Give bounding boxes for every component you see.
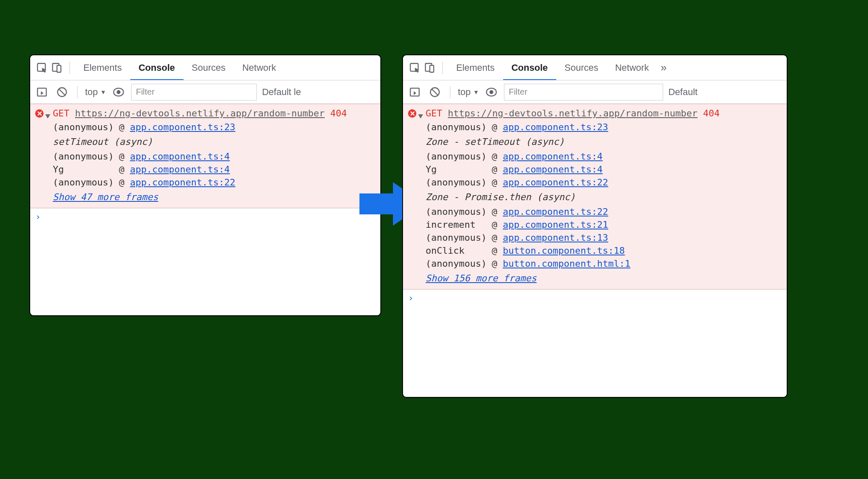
stack-frame-location: @ app.component.ts:22 [492,206,630,217]
console-prompt[interactable]: › [403,289,787,306]
stack-frame-location: @ app.component.ts:23 [492,122,630,132]
http-method: GET [426,108,442,118]
stack-frame-function: (anonymous) [426,151,487,162]
filter-input[interactable] [504,84,663,100]
svg-point-6 [117,90,121,94]
tab-bar: Elements Console Sources Network [30,55,380,80]
tab-sources[interactable]: Sources [183,55,234,80]
clear-console-icon[interactable] [427,85,442,100]
stack-section-label: Zone - Promise.then (async) [426,190,630,204]
error-message: ✕ GET https://ng-devtools.netlify.app/ra… [30,104,380,208]
stack-frame-function: (anonymous) [426,258,487,269]
source-link[interactable]: app.component.ts:4 [503,151,602,162]
svg-line-5 [59,89,65,95]
filter-input[interactable] [131,84,257,100]
separator [442,62,443,74]
expand-caret-icon[interactable] [45,114,50,118]
tab-network[interactable]: Network [607,55,657,80]
tab-bar: Elements Console Sources Network » [403,55,787,80]
error-message: ✕ GET https://ng-devtools.netlify.app/ra… [403,104,787,289]
separator [450,86,450,98]
tab-console[interactable]: Console [130,55,183,80]
http-status: 404 [330,108,347,118]
stack-frame-function: (anonymous) [53,151,114,162]
stack-frame-function: Yg [426,164,487,175]
live-expression-icon[interactable] [111,85,126,100]
source-link[interactable]: app.component.ts:23 [503,122,608,132]
tab-elements[interactable]: Elements [75,55,130,80]
stack-frame-function: (anonymous) [53,122,114,132]
stack-frame-function: (anonymous) [426,177,487,188]
live-expression-icon[interactable] [484,85,499,100]
source-link[interactable]: app.component.ts:22 [503,206,608,217]
tab-elements[interactable]: Elements [448,55,503,80]
http-method: GET [53,108,70,118]
error-icon: ✕ [35,109,44,118]
stack-frame-function: (anonymous) [426,206,487,217]
device-toolbar-icon[interactable] [422,60,437,75]
inspect-element-icon[interactable] [34,60,49,75]
tab-console[interactable]: Console [503,55,556,80]
request-url[interactable]: https://ng-devtools.netlify.app/random-n… [448,108,698,118]
source-link[interactable]: app.component.ts:22 [503,177,608,188]
show-more-frames-link[interactable]: Show 156 more frames [426,273,537,283]
source-link[interactable]: app.component.ts:21 [503,219,608,230]
source-link[interactable]: app.component.ts:22 [130,177,235,188]
prompt-chevron-icon: › [408,293,413,303]
context-label: top [458,87,471,98]
stack-frame-location: @ app.component.ts:22 [119,177,235,188]
source-link[interactable]: button.component.html:1 [503,258,630,269]
devtools-panel-after: Elements Console Sources Network » top ▼… [402,54,788,398]
separator [70,62,70,74]
dropdown-caret-icon: ▼ [101,89,106,95]
stack-frame-location: @ app.component.ts:4 [492,164,630,175]
source-link[interactable]: app.component.ts:13 [503,232,608,243]
svg-point-13 [490,90,493,94]
prompt-chevron-icon: › [35,211,41,222]
device-toolbar-icon[interactable] [49,60,65,75]
console-toolbar: top ▼ Default [403,80,787,104]
log-levels-selector[interactable]: Default le [262,87,301,98]
clear-console-icon[interactable] [54,85,70,100]
stack-frame-location: @ app.component.ts:4 [119,164,235,175]
error-header: GET https://ng-devtools.netlify.app/rand… [426,108,782,119]
context-selector[interactable]: top ▼ [85,87,106,98]
svg-rect-9 [430,65,434,72]
inspect-element-icon[interactable] [407,60,422,75]
tab-sources[interactable]: Sources [556,55,607,80]
stack-frame-location: @ app.component.ts:22 [492,177,630,188]
stack-frame-function: (anonymous) [426,122,487,132]
svg-line-12 [432,89,438,95]
source-link[interactable]: app.component.ts:4 [503,164,602,175]
context-selector[interactable]: top ▼ [458,87,479,98]
stack-frame-location: @ button.component.html:1 [492,258,630,269]
stack-frame-location: @ app.component.ts:23 [119,122,235,132]
stack-frame-location: @ app.component.ts:13 [492,232,630,243]
stack-frame-location: @ app.component.ts:21 [492,219,630,230]
console-prompt[interactable]: › [30,208,380,225]
http-status: 404 [703,108,720,118]
more-tabs-button[interactable]: » [657,61,670,74]
show-more-frames-link[interactable]: Show 47 more frames [53,192,158,202]
expand-caret-icon[interactable] [418,114,423,118]
separator [77,86,78,98]
source-link[interactable]: app.component.ts:4 [130,151,230,162]
stack-section-label: Zone - setTimeout (async) [426,135,630,149]
log-levels-selector[interactable]: Default [668,87,698,98]
source-link[interactable]: app.component.ts:4 [130,164,230,175]
error-icon: ✕ [408,109,416,118]
stack-section-label: setTimeout (async) [53,135,235,149]
context-label: top [85,87,98,98]
stack-trace: (anonymous)@ app.component.ts:23Zone - s… [426,122,782,269]
console-output: ✕ GET https://ng-devtools.netlify.app/ra… [403,104,787,397]
tab-network[interactable]: Network [234,55,284,80]
request-url[interactable]: https://ng-devtools.netlify.app/random-n… [75,108,325,118]
console-sidebar-toggle-icon[interactable] [407,85,422,100]
console-sidebar-toggle-icon[interactable] [34,85,49,100]
source-link[interactable]: button.component.ts:18 [503,245,625,256]
stack-frame-function: increment [426,219,487,230]
stack-frame-location: @ app.component.ts:4 [492,151,630,162]
stack-trace: (anonymous)@ app.component.ts:23setTimeo… [53,122,375,188]
source-link[interactable]: app.component.ts:23 [130,122,235,132]
console-toolbar: top ▼ Default le [30,80,380,104]
